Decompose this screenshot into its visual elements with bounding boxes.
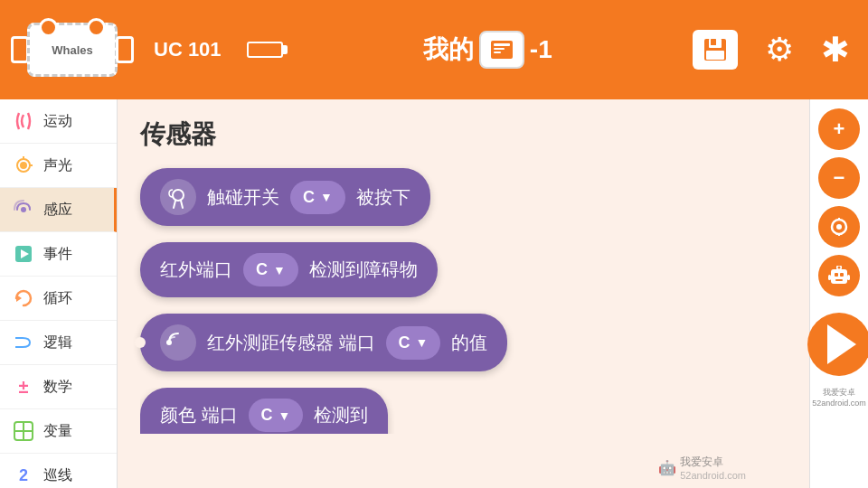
- dropdown-color-port[interactable]: C ▼: [249, 399, 304, 432]
- block-text-detect: 检测到: [314, 403, 368, 427]
- svg-rect-30: [835, 279, 843, 281]
- bluetooth-button[interactable]: ✱: [821, 30, 850, 70]
- block-row-4: 颜色 端口 C ▼ 检测到: [140, 388, 787, 434]
- block-row-2: 红外端口 C ▼ 检测到障碍物: [140, 242, 787, 297]
- uc-label: UC 101: [154, 38, 222, 61]
- loop2-icon: 2: [11, 463, 36, 488]
- svg-rect-6: [711, 39, 716, 45]
- sidebar: 运动 声光: [0, 99, 118, 488]
- block-row-1: 触碰开关 C ▼ 被按下: [140, 168, 787, 226]
- right-panel: + − 我爱安卓 52android: [809, 99, 868, 488]
- svg-marker-15: [16, 295, 22, 302]
- block-touch-switch[interactable]: 触碰开关 C ▼ 被按下: [140, 168, 430, 226]
- project-name: 我的: [423, 33, 474, 67]
- block-text-pressed: 被按下: [356, 185, 410, 210]
- dropdown-touch-port[interactable]: C ▼: [290, 181, 345, 214]
- svg-rect-28: [835, 273, 838, 277]
- block-color-sensor[interactable]: 颜色 端口 C ▼ 检测到: [140, 388, 388, 434]
- project-subtitle: -1: [530, 35, 552, 64]
- dropdown-arrow: ▼: [320, 190, 333, 204]
- sidebar-item-event[interactable]: 事件: [0, 232, 117, 277]
- block-text-obstacle: 检测到障碍物: [309, 258, 418, 282]
- project-icon-box: [479, 31, 524, 69]
- sidebar-label-loop: 循环: [43, 289, 72, 308]
- svg-point-34: [838, 267, 841, 269]
- sidebar-item-loop2[interactable]: 2 巡线: [0, 454, 117, 488]
- block-text-ir-dist: 红外测距传感器 端口: [207, 331, 375, 355]
- sound-icon: [11, 153, 36, 178]
- block-ir-distance[interactable]: 红外测距传感器 端口 C ▼ 的值: [140, 314, 507, 371]
- svg-rect-1: [494, 43, 510, 46]
- block-text-color-port: 颜色 端口: [160, 403, 238, 427]
- svg-rect-29: [840, 273, 844, 277]
- zoom-in-button[interactable]: +: [818, 108, 860, 150]
- svg-point-22: [166, 340, 172, 345]
- svg-point-21: [173, 190, 184, 201]
- logo-box: Whales: [27, 23, 118, 77]
- loop-icon: [11, 286, 36, 311]
- dropdown-ir-port[interactable]: C ▼: [243, 253, 298, 286]
- sidebar-label-loop2: 巡线: [43, 466, 72, 485]
- touch-icon: [160, 179, 196, 215]
- sidebar-label-math: 数学: [43, 378, 72, 397]
- variable-icon: [11, 418, 36, 444]
- block-text-touch: 触碰开关: [207, 185, 279, 210]
- sidebar-label-logic: 逻辑: [43, 333, 72, 352]
- save-icon: [702, 36, 729, 63]
- svg-point-8: [20, 162, 27, 169]
- zoom-reset-button[interactable]: [818, 206, 860, 248]
- brand-label: Whales: [52, 43, 93, 57]
- sidebar-label-sound: 声光: [43, 156, 72, 175]
- sidebar-label-variable: 变量: [43, 422, 72, 441]
- math-icon: ±: [11, 374, 36, 399]
- watermark-bottom: 我爱安卓 52android.com: [812, 387, 866, 408]
- sidebar-item-motion[interactable]: 运动: [0, 99, 117, 144]
- watermark-sub: 52android.com: [680, 470, 746, 481]
- dropdown-arrow-3: ▼: [416, 335, 429, 350]
- svg-rect-3: [494, 52, 501, 53]
- svg-rect-7: [706, 51, 724, 60]
- sidebar-item-sound[interactable]: 声光: [0, 144, 117, 188]
- dropdown-arrow-2: ▼: [273, 263, 286, 277]
- battery-icon: [247, 42, 283, 58]
- zoom-out-button[interactable]: −: [818, 157, 860, 199]
- watermark-logo: 🤖 我爱安卓 52android.com: [658, 455, 746, 481]
- run-button[interactable]: [807, 313, 868, 376]
- block-infrared[interactable]: 红外端口 C ▼ 检测到障碍物: [140, 242, 438, 297]
- zoom-reset-icon: [829, 217, 849, 237]
- content-area: 传感器 触碰开关 C ▼ 被按下: [118, 99, 809, 488]
- sidebar-item-loop[interactable]: 循环: [0, 277, 117, 321]
- robot-logo: Whales: [27, 23, 118, 77]
- section-title: 传感器: [140, 117, 787, 152]
- watermark-text: 我爱安卓: [680, 455, 746, 470]
- save-button[interactable]: [693, 30, 738, 70]
- dropdown-ir-dist-port[interactable]: C ▼: [386, 326, 441, 360]
- header: Whales UC 101 我的 -1: [0, 0, 868, 99]
- sensor-icon: [11, 197, 36, 222]
- sidebar-item-sensor[interactable]: 感应: [0, 188, 117, 232]
- block-text-value: 的值: [451, 331, 487, 355]
- main-area: 运动 声光: [0, 99, 868, 488]
- sidebar-label-sensor: 感应: [43, 201, 72, 220]
- settings-button[interactable]: ⚙: [765, 31, 794, 69]
- sidebar-item-math[interactable]: ± 数学: [0, 365, 117, 409]
- svg-rect-27: [831, 269, 847, 284]
- svg-rect-31: [828, 275, 831, 280]
- watermark: 🤖 我爱安卓 52android.com: [658, 455, 746, 481]
- header-icons: ⚙ ✱: [693, 30, 850, 70]
- event-icon: [11, 241, 36, 267]
- sidebar-label-motion: 运动: [43, 112, 72, 131]
- sidebar-label-event: 事件: [43, 245, 72, 264]
- ir-distance-icon: [160, 324, 196, 361]
- svg-point-24: [836, 224, 842, 230]
- header-center: 我的 -1: [301, 31, 675, 69]
- dropdown-arrow-4: ▼: [278, 408, 291, 423]
- svg-rect-32: [847, 275, 850, 280]
- robot-left-arm: [11, 36, 29, 63]
- sidebar-item-logic[interactable]: 逻辑: [0, 321, 117, 365]
- block-text-ir-port: 红外端口: [160, 258, 232, 282]
- robot-button[interactable]: [818, 255, 860, 296]
- svg-point-12: [21, 207, 26, 212]
- sidebar-item-variable[interactable]: 变量: [0, 409, 117, 454]
- robot-icon: [826, 262, 853, 289]
